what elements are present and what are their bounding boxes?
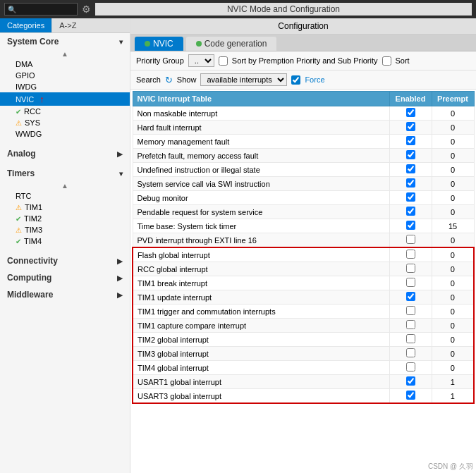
- section-middleware: Middleware ▶: [0, 286, 130, 303]
- sort-label: Sort by Premption Priority and Sub Prior…: [232, 56, 378, 65]
- sidebar-item-nvic-label: NVIC: [16, 95, 34, 104]
- search-label: Search: [136, 75, 161, 84]
- content-area: Configuration NVIC Code generation Prior…: [130, 18, 476, 473]
- interrupt-name: TIM1 trigger and commutation interrupts: [133, 305, 389, 319]
- interrupt-preempt: 0: [432, 290, 474, 305]
- interrupt-enabled[interactable]: [389, 333, 432, 347]
- section-analog: Analog ▶: [0, 145, 130, 162]
- sidebar-item-sys-label: SYS: [25, 118, 40, 127]
- interrupt-name: Time base: System tick timer: [133, 219, 389, 233]
- sidebar-item-sys[interactable]: ⚠ SYS: [0, 117, 130, 128]
- table-row: TIM1 capture compare interrupt0: [133, 319, 474, 333]
- interrupt-preempt: 0: [432, 247, 474, 262]
- section-middleware-header[interactable]: Middleware ▶: [0, 286, 130, 303]
- sidebar-item-tim1[interactable]: ⚠ TIM1: [0, 202, 130, 213]
- search-input[interactable]: [18, 6, 74, 13]
- section-computing-header[interactable]: Computing ▶: [0, 269, 130, 286]
- interrupt-enabled[interactable]: [389, 233, 432, 248]
- tab-nvic[interactable]: NVIC: [135, 37, 183, 51]
- refresh-icon[interactable]: ↻: [165, 75, 173, 85]
- sidebar-item-nvic[interactable]: NVIC ↑: [0, 92, 130, 106]
- table-row: Non maskable interrupt0: [133, 106, 474, 121]
- interrupt-enabled[interactable]: [389, 205, 432, 219]
- sidebar-item-gpio[interactable]: GPIO: [0, 70, 130, 81]
- interrupt-enabled[interactable]: [389, 276, 432, 290]
- interrupt-enabled[interactable]: [389, 347, 432, 361]
- interrupt-name: TIM3 global interrupt: [133, 347, 389, 361]
- search-box[interactable]: 🔍: [4, 3, 78, 16]
- sort-checkbox[interactable]: [219, 56, 228, 66]
- interrupt-preempt: 0: [432, 333, 474, 347]
- chevron-right-icon-computing: ▶: [117, 274, 123, 282]
- interrupt-preempt: 0: [432, 149, 474, 163]
- sidebar-item-rtc-label: RTC: [16, 192, 31, 200]
- check-icon-tim2: ✔: [16, 215, 21, 223]
- interrupt-preempt: 0: [432, 305, 474, 319]
- section-system-core-header[interactable]: System Core ▾: [0, 33, 130, 50]
- interrupt-enabled[interactable]: [389, 247, 432, 262]
- table-row: Pendable request for system service0: [133, 205, 474, 219]
- chevron-right-icon-connectivity: ▶: [117, 257, 123, 265]
- interrupt-preempt: 0: [432, 361, 474, 375]
- tab-atoz[interactable]: A->Z: [52, 18, 83, 32]
- table-row: RCC global interrupt0: [133, 262, 474, 276]
- sidebar-item-tim1-label: TIM1: [25, 203, 42, 211]
- interrupt-enabled[interactable]: [389, 177, 432, 191]
- interrupt-preempt: 0: [432, 121, 474, 135]
- interrupt-name: TIM1 capture compare interrupt: [133, 319, 389, 333]
- section-computing: Computing ▶: [0, 269, 130, 286]
- table-row: TIM4 global interrupt0: [133, 361, 474, 375]
- tab-categories[interactable]: Categories: [0, 18, 52, 32]
- sidebar-item-tim3-label: TIM3: [25, 226, 42, 234]
- interrupt-enabled[interactable]: [389, 290, 432, 305]
- sort2-checkbox[interactable]: [382, 56, 391, 66]
- section-analog-label: Analog: [7, 149, 36, 159]
- col-header-enabled: Enabled: [389, 92, 432, 106]
- interrupt-enabled[interactable]: [389, 135, 432, 149]
- interrupt-enabled[interactable]: [389, 163, 432, 177]
- sidebar-item-rcc[interactable]: ✔ RCC: [0, 106, 130, 117]
- interrupt-name: Debug monitor: [133, 191, 389, 205]
- gear-icon[interactable]: ⚙: [82, 4, 91, 15]
- sidebar-item-tim2-label: TIM2: [24, 214, 42, 223]
- interrupt-enabled[interactable]: [389, 219, 432, 233]
- section-computing-label: Computing: [7, 273, 51, 283]
- force-checkbox[interactable]: [291, 75, 300, 85]
- interrupt-enabled[interactable]: [389, 319, 432, 333]
- sidebar-item-rtc[interactable]: RTC: [0, 190, 130, 202]
- sidebar-item-tim3[interactable]: ⚠ TIM3: [0, 224, 130, 235]
- show-select[interactable]: available interrupts: [200, 73, 287, 86]
- warn-icon-sys: ⚠: [16, 119, 22, 127]
- sidebar-item-tim4[interactable]: ✔ TIM4: [0, 235, 130, 247]
- interrupt-enabled[interactable]: [389, 191, 432, 205]
- interrupt-enabled[interactable]: [389, 149, 432, 163]
- table-row: Time base: System tick timer15: [133, 219, 474, 233]
- interrupt-enabled[interactable]: [389, 262, 432, 276]
- interrupt-name: TIM1 update interrupt: [133, 290, 389, 305]
- interrupt-preempt: 0: [432, 347, 474, 361]
- section-analog-header[interactable]: Analog ▶: [0, 145, 130, 162]
- chevron-down-icon-timers: ▾: [119, 170, 123, 178]
- sidebar-item-dma[interactable]: DMA: [0, 59, 130, 70]
- sidebar-item-wwdg-label: WWDG: [16, 130, 42, 138]
- table-wrapper: NVIC Interrupt Table Enabled Preempt Non…: [132, 91, 475, 472]
- priority-group-select[interactable]: ..: [188, 54, 214, 67]
- table-row: Memory management fault0: [133, 135, 474, 149]
- interrupt-enabled[interactable]: [389, 121, 432, 135]
- interrupt-enabled[interactable]: [389, 361, 432, 375]
- section-connectivity-header[interactable]: Connectivity ▶: [0, 252, 130, 269]
- check-icon-tim4: ✔: [16, 238, 21, 245]
- interrupt-enabled[interactable]: [389, 305, 432, 319]
- interrupt-enabled[interactable]: [389, 375, 432, 389]
- sidebar-item-iwdg[interactable]: IWDG: [0, 81, 130, 92]
- interrupt-name: Flash global interrupt: [133, 247, 389, 262]
- interrupt-name: Non maskable interrupt: [133, 106, 389, 121]
- show-label: Show: [177, 75, 197, 84]
- interrupt-enabled[interactable]: [389, 389, 432, 404]
- sidebar-item-tim2[interactable]: ✔ TIM2: [0, 213, 130, 224]
- tab-codegen[interactable]: Code generation: [186, 37, 277, 51]
- section-timers-header[interactable]: Timers ▾: [0, 165, 130, 182]
- interrupt-name: Pendable request for system service: [133, 205, 389, 219]
- interrupt-enabled[interactable]: [389, 106, 432, 121]
- sidebar-item-wwdg[interactable]: WWDG: [0, 128, 130, 140]
